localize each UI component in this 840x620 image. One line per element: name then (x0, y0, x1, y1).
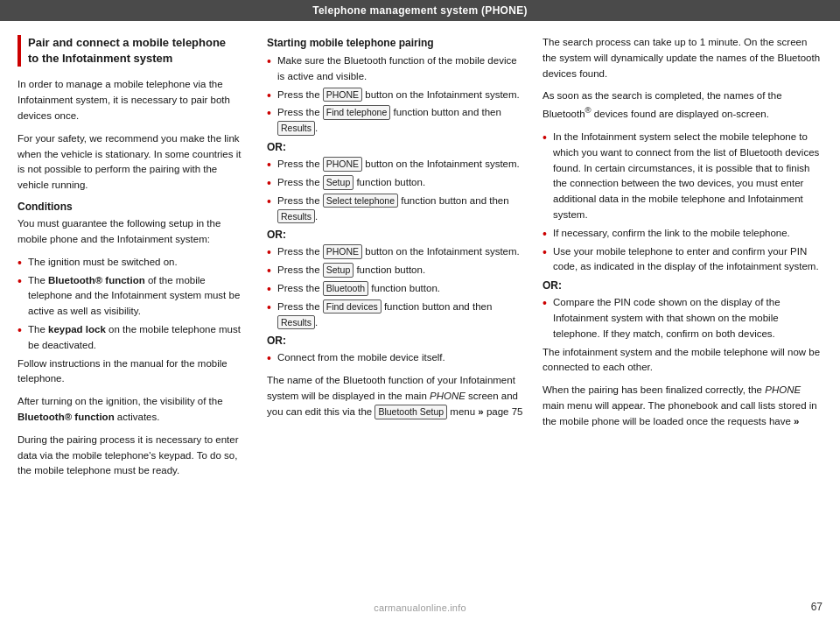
mid-bullet3: Press the Find telephone function button… (267, 105, 525, 137)
or-label-2: OR: (267, 229, 525, 241)
left-bullet1: The ignition must be switched on. (18, 255, 249, 271)
select-telephone-btn: Select telephone (323, 194, 398, 208)
middle-heading: Starting mobile telephone pairing (267, 37, 525, 49)
bluetooth-btn-1: Bluetooth (323, 281, 368, 296)
results-btn-3: Results (277, 315, 315, 330)
mid-para1: The name of the Bluetooth function of yo… (267, 373, 525, 419)
phone-btn-1: PHONE (323, 88, 362, 102)
find-devices-btn: Find devices (323, 299, 382, 314)
right-bullet4: Compare the PIN code shown on the displa… (542, 295, 822, 342)
mid-bullet7: Press the PHONE button on the Infotainme… (267, 244, 525, 260)
right-para1: The search process can take up to 1 minu… (542, 35, 822, 81)
header-bar: Telephone management system (PHONE) (0, 0, 840, 21)
left-para5: During the pairing process it is necessa… (18, 433, 249, 479)
left-para4: After turning on the ignition, the visib… (18, 394, 249, 426)
phone-btn-2: PHONE (323, 157, 362, 172)
results-btn-1: Results (277, 121, 315, 136)
page-number: 67 (811, 601, 822, 613)
phone-italic: PHONE (430, 391, 466, 401)
section-title-box: Pair and connect a mobile telephone to t… (18, 35, 249, 67)
phone-btn-3: PHONE (323, 244, 362, 259)
mid-bullet1: Make sure the Bluetooth function of the … (267, 53, 525, 85)
setup-btn-2: Setup (323, 263, 354, 278)
right-or-label-1: OR: (542, 279, 822, 292)
setup-btn-1: Setup (323, 175, 354, 190)
or-label-3: OR: (267, 335, 525, 347)
mid-bullet6: Press the Select telephone function butt… (267, 194, 525, 225)
left-bullet2: The Bluetooth® function of the mobile te… (18, 273, 249, 320)
phone-menu-italic: PHONE (765, 384, 801, 395)
page-container: Telephone management system (PHONE) Pair… (0, 0, 840, 620)
left-para1: In order to manage a mobile telephone vi… (18, 77, 249, 123)
content-area: Pair and connect a mobile telephone to t… (0, 21, 840, 615)
conditions-intro: You must guarantee the following setup i… (18, 216, 249, 248)
right-bullet3: Use your mobile telephone to enter and c… (542, 244, 822, 276)
right-para3: The infotainment system and the mobile t… (542, 345, 822, 377)
right-para4: When the pairing has been finalized corr… (542, 383, 822, 429)
header-title: Telephone management system (PHONE) (312, 4, 528, 17)
right-bullet1: In the Infotainment system select the mo… (542, 130, 822, 223)
mid-bullet5: Press the Setup function button. (267, 175, 525, 191)
right-column: The search process can take up to 1 minu… (542, 35, 822, 606)
mid-bullet4: Press the PHONE button on the Infotainme… (267, 157, 525, 173)
left-para2: For your safety, we recommend you make t… (18, 131, 249, 194)
mid-bullet10: Press the Find devices function button a… (267, 299, 525, 331)
right-bullet2: If necessary, confirm the link to the mo… (542, 226, 822, 242)
section-title: Pair and connect a mobile telephone to t… (28, 35, 249, 67)
conditions-heading: Conditions (18, 201, 249, 213)
mid-bullet11: Connect from the mobile device itself. (267, 350, 525, 366)
left-para3: Follow instructions in the manual for th… (18, 356, 249, 388)
mid-bullet8: Press the Setup function button. (267, 263, 525, 278)
left-column: Pair and connect a mobile telephone to t… (18, 35, 249, 606)
mid-bullet9: Press the Bluetooth function button. (267, 281, 525, 297)
results-btn-2: Results (277, 209, 315, 224)
middle-column: Starting mobile telephone pairing Make s… (267, 35, 525, 606)
left-bullet3: The keypad lock on the mobile telephone … (18, 322, 249, 354)
bluetooth-setup-btn: Bluetooth Setup (374, 405, 447, 419)
right-para2: As soon as the search is completed, the … (542, 88, 822, 122)
or-label-1: OR: (267, 141, 525, 153)
watermark: carmanualonline.info (374, 602, 466, 613)
find-telephone-btn: Find telephone (323, 105, 390, 120)
mid-bullet2: Press the PHONE button on the Infotainme… (267, 88, 525, 103)
